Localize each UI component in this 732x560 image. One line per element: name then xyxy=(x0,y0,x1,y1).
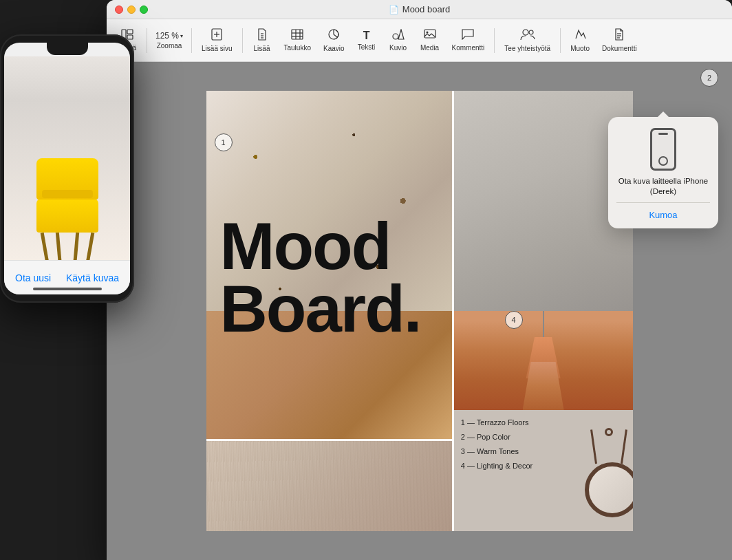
page-number-2: 2 xyxy=(700,69,718,87)
iphone-screen: Ota uusi Käytä kuvaa xyxy=(4,43,130,294)
popup-cancel-button[interactable]: Kumoa xyxy=(643,207,682,223)
continuity-camera-popup: Ota kuva laitteella iPhone (Derek) Kumoa xyxy=(608,117,718,228)
svg-marker-18 xyxy=(398,30,404,39)
mood-title-line2: Board. xyxy=(220,277,421,340)
chair-seat xyxy=(36,198,98,233)
toolbar-muoto-button[interactable]: Muoto xyxy=(565,25,595,55)
lisaa-icon xyxy=(257,28,267,43)
lisaa-label: Lisää xyxy=(254,45,270,52)
teksti-icon: T xyxy=(363,30,370,41)
toolbar-sep-3 xyxy=(242,28,243,53)
toolbar-dokumentti-button[interactable]: Dokumentti xyxy=(596,25,643,55)
popup-arrow xyxy=(658,111,669,117)
iphone-body: Ota uusi Käytä kuvaa xyxy=(0,34,134,303)
media-icon xyxy=(424,29,436,42)
toolbar-sep-5 xyxy=(560,28,561,53)
kommentti-icon xyxy=(462,29,474,42)
mirror-circle xyxy=(585,462,633,517)
legend-item-3: 3 — Warm Tones xyxy=(461,444,533,459)
toolbar-yhteistyo-button[interactable]: Tee yhteistyötä xyxy=(499,25,556,55)
mirror-strap-right xyxy=(621,429,627,464)
toolbar-media-button[interactable]: Media xyxy=(415,26,445,54)
chevron-down-icon: ▾ xyxy=(180,33,183,39)
muoto-label: Muoto xyxy=(570,45,590,52)
chair-back xyxy=(36,158,98,200)
yhteistyo-label: Tee yhteistyötä xyxy=(504,45,550,52)
mirror-strap-left xyxy=(590,429,597,464)
dokumentti-label: Dokumentti xyxy=(602,45,637,52)
toolbar-lisaa-button[interactable]: Lisää xyxy=(247,25,277,55)
toolbar-kommentti-button[interactable]: Kommentti xyxy=(446,26,491,54)
muoto-icon xyxy=(574,28,586,43)
svg-line-16 xyxy=(334,34,337,37)
lisaa-sivu-label: Lisää sivu xyxy=(202,45,232,52)
toolbar-taulukko-button[interactable]: Taulukko xyxy=(279,26,316,54)
kaavio-label: Kaavio xyxy=(323,45,345,52)
yellow-chair xyxy=(36,198,98,233)
close-button[interactable] xyxy=(115,6,123,14)
bottom-right-images: 1 — Terrazzo Floors 2 — Pop Color 3 — Wa… xyxy=(454,311,633,531)
document-icon: 📄 xyxy=(389,5,399,14)
taulukko-label: Taulukko xyxy=(284,44,311,52)
iphone-icon xyxy=(650,128,676,171)
toolbar-sep-1 xyxy=(147,28,147,53)
fur-image xyxy=(206,441,452,531)
popup-title: Ota kuva laitteella iPhone (Derek) xyxy=(616,176,710,197)
toolbar-kaavio-button[interactable]: Kaavio xyxy=(318,25,350,55)
svg-point-21 xyxy=(523,30,528,35)
legend-item-4: 4 — Lighting & Decor xyxy=(461,459,533,473)
moodboard-text: Mood Board. xyxy=(220,215,421,340)
svg-rect-19 xyxy=(424,30,435,38)
svg-point-22 xyxy=(529,30,533,34)
svg-point-17 xyxy=(393,34,398,39)
svg-rect-9 xyxy=(292,30,303,39)
yhteistyo-icon xyxy=(520,28,535,43)
iphone-use-button[interactable]: Käytä kuvaa xyxy=(66,272,119,283)
lamp-image xyxy=(454,311,633,410)
toolbar-kuvio-button[interactable]: Kuvio xyxy=(383,26,413,54)
mood-title-line1: Mood xyxy=(220,215,421,277)
iphone-photo xyxy=(4,56,130,274)
slide-canvas: Mood Board. xyxy=(206,91,633,531)
iphone-home-bar xyxy=(33,288,102,290)
legend-item-1: 1 — Terrazzo Floors xyxy=(461,416,533,430)
mirror-hook xyxy=(605,428,613,436)
iphone-container: Ota uusi Käytä kuvaa xyxy=(0,34,138,550)
legend: 1 — Terrazzo Floors 2 — Pop Color 3 — Wa… xyxy=(461,416,533,473)
svg-rect-1 xyxy=(127,30,133,34)
zoomaa-label: Zoomaa xyxy=(157,42,182,50)
zoom-value: 125 % ▾ xyxy=(155,31,183,41)
legend-item-2: 2 — Pop Color xyxy=(461,430,533,444)
canvas-area: 2 Mood Board. xyxy=(107,62,732,560)
window-title: 📄 Mood board xyxy=(389,4,450,14)
taulukko-icon xyxy=(291,29,303,42)
mirror-image xyxy=(581,428,633,517)
concrete-image xyxy=(454,91,633,311)
maximize-button[interactable] xyxy=(140,6,148,14)
mac-window: 📄 Mood board Näytä 125 % ▾ Zoomaa xyxy=(107,0,732,560)
kaavio-icon xyxy=(327,28,340,43)
title-bar: 📄 Mood board xyxy=(107,0,732,19)
toolbar-sep-4 xyxy=(494,28,495,53)
minimize-button[interactable] xyxy=(127,6,136,14)
dokumentti-icon xyxy=(614,28,624,43)
toolbar-sep-2 xyxy=(191,28,192,53)
teksti-label: Teksti xyxy=(358,43,376,51)
toolbar-teksti-button[interactable]: T Teksti xyxy=(352,28,382,54)
iphone-retake-button[interactable]: Ota uusi xyxy=(15,272,51,283)
popup-divider xyxy=(616,202,710,203)
slide-content: Mood Board. xyxy=(206,91,633,531)
toolbar-zoomaa-button[interactable]: 125 % ▾ Zoomaa xyxy=(151,28,187,52)
lower-right-panel: 1 — Terrazzo Floors 2 — Pop Color 3 — Wa… xyxy=(454,410,633,531)
kuvio-label: Kuvio xyxy=(389,44,407,52)
toolbar: Näytä 125 % ▾ Zoomaa Lisää sivu Lisää xyxy=(107,19,732,62)
lisaa-sivu-icon xyxy=(211,28,223,43)
media-label: Media xyxy=(420,44,439,52)
iphone-notch xyxy=(47,43,88,55)
kommentti-label: Kommentti xyxy=(452,44,485,52)
page-number-1: 1 xyxy=(215,133,233,151)
toolbar-lisaa-sivu-button[interactable]: Lisää sivu xyxy=(196,25,237,55)
kuvio-icon xyxy=(392,29,405,42)
traffic-lights xyxy=(115,6,148,14)
svg-point-20 xyxy=(426,32,428,34)
